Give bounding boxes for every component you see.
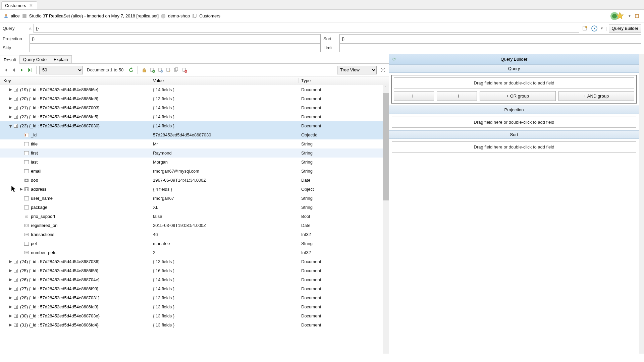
- run-query-button[interactable]: [591, 25, 598, 32]
- first-page-button[interactable]: [2, 66, 9, 74]
- qb-scrollbar[interactable]: [639, 54, 644, 354]
- delete-document-icon[interactable]: [181, 66, 188, 74]
- column-value[interactable]: Value: [150, 78, 299, 83]
- add-document-icon[interactable]: [149, 66, 156, 74]
- view-mode-select[interactable]: Tree View: [337, 66, 377, 74]
- qb-and-group-button[interactable]: + AND group: [558, 91, 635, 101]
- table-row[interactable]: ⯈{ }(28) {_id : 57d28452ed5d4d54e8687031…: [0, 293, 389, 302]
- skip-label: Skip: [3, 45, 27, 50]
- table-row[interactable]: packageXLString: [0, 203, 389, 212]
- expand-arrow-icon[interactable]: ⯈: [8, 296, 13, 300]
- row-key: user_name: [31, 196, 53, 201]
- qb-refresh-icon[interactable]: ⟳: [392, 57, 396, 62]
- table-row[interactable]: emailrmorgan67@mysql.comString: [0, 167, 389, 176]
- row-type: String: [299, 160, 389, 165]
- table-row[interactable]: ⯈{ }(31) {_id : 57d28452ed5d4d54e8686fd4…: [0, 320, 389, 329]
- table-row[interactable]: ⯈{ }(29) {_id : 57d28452ed5d4d54e8686fd3…: [0, 302, 389, 311]
- row-value: { 14 fields }: [150, 286, 299, 291]
- edit-document-icon[interactable]: [165, 66, 172, 74]
- column-key[interactable]: Key: [0, 78, 150, 83]
- table-row[interactable]: ⯈{ }(20) {_id : 57d28452ed5d4d54e8686fd8…: [0, 94, 389, 103]
- expand-arrow-icon[interactable]: ⯈: [8, 278, 13, 282]
- expand-arrow-icon[interactable]: ⯈: [8, 305, 13, 309]
- svg-rect-1: [23, 14, 26, 16]
- tab-customers[interactable]: Customers ✕: [1, 1, 37, 9]
- expand-arrow-icon[interactable]: ⯈: [8, 323, 13, 327]
- table-row[interactable]: firstRaymondString: [0, 148, 389, 158]
- svg-point-7: [612, 14, 617, 18]
- row-key: last: [31, 160, 38, 165]
- row-key: (26) {_id : 57d28452ed5d4d54e868704e}: [20, 277, 100, 282]
- table-row[interactable]: petmanateeString: [0, 239, 389, 248]
- column-type[interactable]: Type: [299, 78, 389, 83]
- table-row[interactable]: ⯈{ }(24) {_id : 57d28452ed5d4d54e8687036…: [0, 257, 389, 266]
- expand-arrow-icon[interactable]: ⯈: [8, 115, 13, 119]
- bookmark-query-icon[interactable]: [581, 25, 589, 32]
- chevron-down-icon[interactable]: ▼: [628, 14, 631, 18]
- table-row[interactable]: i32transactions46Int32: [0, 230, 389, 239]
- results-toolbar: 50 Documents 1 to 50 Tree View: [0, 64, 389, 76]
- table-row[interactable]: ⯈{ }(21) {_id : 57d28452ed5d4d54e8687003…: [0, 103, 389, 112]
- limit-input[interactable]: [339, 43, 641, 52]
- table-row[interactable]: user_namermorgan67String: [0, 194, 389, 203]
- expand-arrow-icon[interactable]: ⯈: [8, 287, 13, 291]
- table-row[interactable]: ⯈{ }(26) {_id : 57d28452ed5d4d54e868704e…: [0, 275, 389, 284]
- table-row[interactable]: TTregistered_on2015-03-09T19:08:54.000ZD…: [0, 221, 389, 230]
- query-builder-toggle[interactable]: Query Builder: [609, 24, 641, 33]
- row-type: String: [299, 141, 389, 146]
- table-row[interactable]: lastMorganString: [0, 158, 389, 167]
- expand-arrow-icon[interactable]: ⯈: [8, 88, 13, 92]
- expand-arrow-icon[interactable]: ⯈: [8, 106, 13, 110]
- intellishell-badge-icon[interactable]: [610, 10, 626, 22]
- expand-arrow-icon[interactable]: ⯈: [8, 314, 13, 318]
- last-page-button[interactable]: [26, 66, 34, 74]
- expand-arrow-icon[interactable]: ⯈: [8, 269, 13, 273]
- expand-arrow-icon[interactable]: ⯈: [8, 260, 13, 264]
- row-key: (29) {_id : 57d28452ed5d4d54e8686fd3}: [20, 304, 99, 309]
- next-page-button[interactable]: [18, 66, 25, 74]
- table-row[interactable]: ⯆{ }(23) {_id : 57d28452ed5d4d54e8687030…: [0, 121, 389, 130]
- table-row[interactable]: titleMrString: [0, 139, 389, 148]
- table-row[interactable]: ⯈{ }(25) {_id : 57d28452ed5d4d54e8686f55…: [0, 266, 389, 275]
- sort-input[interactable]: [339, 34, 641, 43]
- page-size-select[interactable]: 50: [39, 66, 83, 74]
- svg-point-0: [5, 14, 7, 16]
- scrollbar[interactable]: ˄: [383, 85, 389, 354]
- qb-projection-drop[interactable]: Drag field here or double-click to add f…: [392, 117, 636, 128]
- query-input[interactable]: [34, 24, 579, 33]
- run-dropdown-icon[interactable]: ▼: [600, 26, 603, 30]
- chevron-up-icon[interactable]: △: [29, 26, 32, 30]
- prev-page-button[interactable]: [10, 66, 17, 74]
- qb-or-group-button[interactable]: + OR group: [480, 91, 556, 101]
- qb-sort-drop[interactable]: Drag field here or double-click to add f…: [392, 141, 636, 153]
- table-row[interactable]: ⯈{ }(22) {_id : 57d28452ed5d4d54e8686fe5…: [0, 112, 389, 121]
- expand-arrow-icon[interactable]: ⯈: [8, 97, 13, 101]
- export-icon[interactable]: [633, 12, 641, 20]
- copy-document-icon[interactable]: [173, 66, 180, 74]
- table-row[interactable]: t/fprio_supportfalseBool: [0, 212, 389, 221]
- table-row[interactable]: TTdob1967-06-09T14:41:34.000ZDate: [0, 176, 389, 185]
- view-document-icon[interactable]: [157, 66, 164, 74]
- expand-arrow-icon[interactable]: ⯈: [19, 187, 23, 191]
- row-value: { 13 fields }: [150, 96, 299, 101]
- table-row[interactable]: i32number_pets2Int32: [0, 248, 389, 257]
- table-row[interactable]: _id57d28452ed5d4d54e8687030ObjectId: [0, 130, 389, 139]
- lock-icon[interactable]: [141, 66, 148, 74]
- table-row[interactable]: ⯈{ }(19) {_id : 57d28452ed5d4d54e8686f6e…: [0, 85, 389, 94]
- gear-icon[interactable]: [379, 66, 387, 74]
- tab-explain[interactable]: Explain: [50, 55, 72, 63]
- expand-arrow-icon[interactable]: ⯆: [8, 124, 13, 128]
- tab-result[interactable]: Result: [0, 56, 20, 64]
- refresh-button[interactable]: [127, 66, 135, 74]
- qb-remove-all-button[interactable]: ⊣: [437, 91, 477, 101]
- qb-remove-button[interactable]: ⊢: [394, 91, 434, 101]
- projection-input[interactable]: [30, 34, 321, 43]
- table-row[interactable]: ⯈{ }address{ 4 fields }Object: [0, 185, 389, 194]
- close-icon[interactable]: ✕: [29, 3, 34, 8]
- skip-input[interactable]: [30, 43, 321, 52]
- qb-query-drop[interactable]: Drag field here or double-click to add f…: [394, 77, 634, 88]
- tab-query-code[interactable]: Query Code: [19, 55, 50, 63]
- table-row[interactable]: ⯈{ }(27) {_id : 57d28452ed5d4d54e8686f99…: [0, 284, 389, 293]
- table-row[interactable]: ⯈{ }(30) {_id : 57d28452ed5d4d54e868703e…: [0, 311, 389, 320]
- row-value: { 13 fields }: [150, 295, 299, 300]
